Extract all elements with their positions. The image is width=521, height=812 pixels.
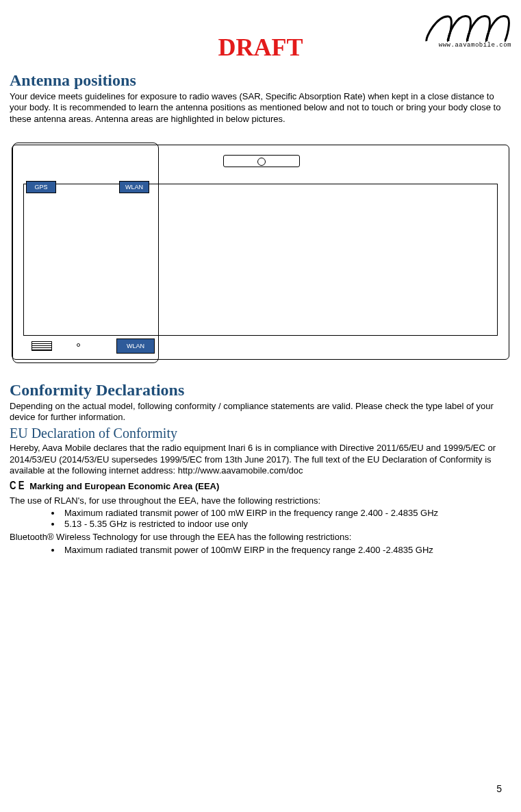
ce-marking-row: C E Marking and European Economic Area (…: [10, 479, 511, 493]
heading-antenna-positions: Antenna positions: [10, 71, 511, 90]
aavamobile-logo-icon: [425, 12, 511, 42]
rlan-intro: The use of RLAN's, for use throughout th…: [10, 495, 511, 506]
list-item: Maximum radiated transmit power of 100 m…: [62, 508, 511, 518]
page-5: DRAFT www.aavamobile.com Antenna positio…: [0, 0, 521, 812]
ce-marking-title: Marking and European Economic Area (EEA): [29, 481, 219, 491]
callout-wlan-bottom: WLAN: [116, 339, 155, 354]
heading-conformity-declarations: Conformity Declarations: [10, 381, 511, 399]
phone-camera-icon: [257, 158, 266, 166]
ce-mark-icon: C E: [10, 479, 25, 493]
bluetooth-intro: Bluetooth® Wireless Technology for use t…: [10, 532, 511, 543]
phone-home-button-icon: [31, 341, 52, 351]
antenna-body-text: Your device meets guidelines for exposur…: [10, 91, 511, 125]
conformity-intro: Depending on the actual model, following…: [10, 401, 511, 423]
phone-mic-icon: [77, 343, 80, 347]
page-number: 5: [496, 783, 502, 794]
antenna-diagram: GPS WLAN WLAN: [10, 143, 511, 362]
brand-logo: www.aavamobile.com: [422, 12, 511, 53]
phone-screen-rect: [23, 184, 498, 336]
eu-declaration-body: Hereby, Aava Mobile declares that the ra…: [10, 443, 511, 476]
bluetooth-restriction-list: Maximum radiated transmit power of 100mW…: [10, 545, 511, 555]
logo-url-text: www.aavamobile.com: [422, 42, 511, 49]
heading-eu-declaration: EU Declaration of Conformity: [10, 426, 511, 441]
rlan-restriction-list: Maximum radiated transmit power of 100 m…: [10, 508, 511, 529]
callout-gps: GPS: [26, 181, 56, 193]
page-header: DRAFT www.aavamobile.com: [10, 0, 511, 69]
callout-wlan-top: WLAN: [119, 181, 149, 193]
list-item: 5.13 - 5.35 GHz is restricted to indoor …: [62, 519, 511, 529]
list-item: Maximum radiated transmit power of 100mW…: [62, 545, 511, 555]
